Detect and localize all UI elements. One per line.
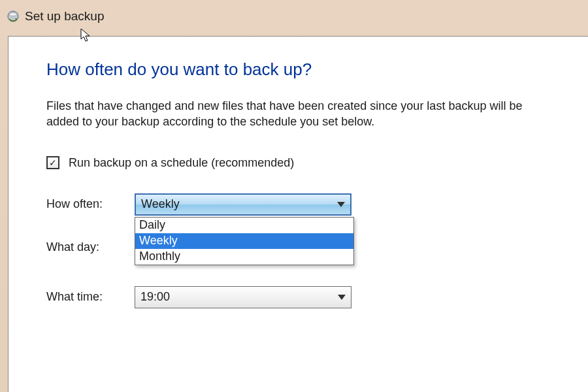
cursor-icon bbox=[80, 28, 92, 44]
what-time-value: 19:00 bbox=[140, 290, 170, 304]
window-title: Set up backup bbox=[25, 9, 104, 24]
how-often-value: Weekly bbox=[141, 197, 180, 211]
chevron-down-icon bbox=[337, 202, 345, 207]
what-time-label: What time: bbox=[46, 290, 135, 304]
page-description: Files that have changed and new files th… bbox=[46, 98, 555, 130]
chevron-down-icon bbox=[338, 295, 346, 300]
schedule-checkbox-label: Run backup on a schedule (recommended) bbox=[69, 156, 294, 170]
how-often-row: How often: Weekly Daily Weekly Monthly bbox=[46, 193, 555, 216]
what-day-label: What day: bbox=[46, 240, 135, 254]
page-title: How often do you want to back up? bbox=[46, 59, 555, 80]
wizard-panel: How often do you want to back up? Files … bbox=[8, 36, 588, 392]
how-often-combobox[interactable]: Weekly Daily Weekly Monthly bbox=[135, 193, 351, 216]
dropdown-option-monthly[interactable]: Monthly bbox=[135, 249, 353, 265]
how-often-dropdown: Daily Weekly Monthly bbox=[135, 217, 354, 265]
how-often-label: How often: bbox=[46, 197, 135, 211]
what-time-combobox[interactable]: 19:00 bbox=[135, 286, 351, 308]
schedule-checkbox[interactable]: ✓ bbox=[46, 156, 59, 169]
schedule-checkbox-row: ✓ Run backup on a schedule (recommended) bbox=[46, 156, 555, 170]
dropdown-option-daily[interactable]: Daily bbox=[135, 218, 353, 233]
svg-point-1 bbox=[9, 13, 17, 16]
what-time-row: What time: 19:00 bbox=[46, 286, 555, 308]
backup-icon bbox=[7, 10, 20, 23]
dropdown-option-weekly[interactable]: Weekly bbox=[135, 233, 353, 249]
